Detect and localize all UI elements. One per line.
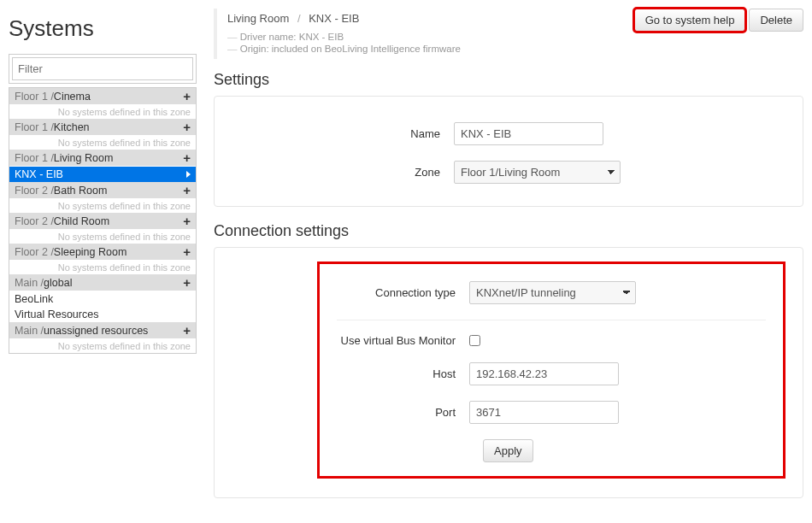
zone-select[interactable]: Floor 1/Living Room [454,161,621,184]
zone-name-label: unassigned resources [44,325,148,337]
plus-icon[interactable]: + [183,151,191,164]
vbus-label: Use virtual Bus Monitor [337,334,469,347]
conn-type-select[interactable]: KNXnet/IP tunneling [469,281,636,304]
caret-right-icon [186,171,191,178]
zone-name-label: Cinema [54,91,91,103]
systems-tree: Floor 1 / Cinema+No systems defined in t… [9,87,197,354]
meta-driver: Driver name: KNX - EIB [227,32,461,42]
zone-name-label: global [44,277,72,289]
port-label: Port [337,406,469,419]
breadcrumb: Living Room / KNX - EIB [227,12,461,25]
port-input[interactable] [469,401,619,424]
zone-row[interactable]: Main / unassigned resources+ [9,322,196,339]
empty-zone-note: No systems defined in this zone [9,261,196,274]
connection-title: Connection settings [214,222,803,240]
system-row[interactable]: Virtual Resources [9,307,196,322]
connection-panel: Connection type KNXnet/IP tunneling Use … [214,247,803,498]
zone-row[interactable]: Main / global+ [9,274,196,291]
zone-row[interactable]: Floor 2 / Bath Room+ [9,182,196,199]
settings-title: Settings [214,71,803,89]
system-label: Virtual Resources [15,309,98,320]
zone-floor-label: Floor 1 / [15,121,54,133]
system-help-button[interactable]: Go to system help [634,9,746,32]
breadcrumb-zone: Living Room [227,12,289,25]
breadcrumb-system: KNX - EIB [309,12,359,25]
empty-zone-note: No systems defined in this zone [9,199,196,213]
settings-panel: Name Zone Floor 1/Living Room [214,96,803,207]
host-label: Host [337,367,469,380]
zone-floor-label: Floor 2 / [15,185,54,197]
sidebar-title: Systems [9,15,197,42]
empty-zone-note: No systems defined in this zone [9,105,196,119]
zone-floor-label: Floor 2 / [15,215,54,227]
vbus-checkbox[interactable] [469,335,480,346]
plus-icon[interactable]: + [183,245,191,258]
zone-floor-label: Main / [15,325,44,337]
conn-type-label: Connection type [337,286,469,299]
zone-floor-label: Floor 1 / [15,152,54,164]
zone-row[interactable]: Floor 1 / Kitchen+ [9,119,196,136]
delete-button[interactable]: Delete [749,9,803,32]
host-input[interactable] [469,362,619,385]
meta-origin: Origin: included on BeoLiving Intelligen… [227,44,461,54]
name-label: Name [223,127,454,140]
filter-input[interactable] [12,57,193,80]
zone-row[interactable]: Floor 2 / Sleeping Room+ [9,244,196,261]
sidebar: Systems Floor 1 / Cinema+No systems defi… [9,9,197,514]
plus-icon[interactable]: + [183,214,191,227]
zone-row[interactable]: Floor 1 / Cinema+ [9,88,196,105]
apply-button[interactable]: Apply [483,439,533,462]
empty-zone-note: No systems defined in this zone [9,339,196,353]
plus-icon[interactable]: + [183,90,191,103]
filter-box [9,54,197,84]
system-row[interactable]: KNX - EIB [9,167,196,182]
breadcrumb-separator: / [297,12,301,25]
zone-row[interactable]: Floor 2 / Child Room+ [9,213,196,230]
connection-highlight: Connection type KNXnet/IP tunneling Use … [317,262,786,479]
system-row[interactable]: BeoLink [9,291,196,307]
plus-icon[interactable]: + [183,184,191,197]
main-content: Living Room / KNX - EIB Driver name: KNX… [214,9,803,514]
conn-divider [337,320,766,320]
name-input[interactable] [454,122,603,145]
zone-name-label: Sleeping Room [54,246,127,258]
system-label: KNX - EIB [15,168,63,180]
empty-zone-note: No systems defined in this zone [9,230,196,244]
empty-zone-note: No systems defined in this zone [9,136,196,150]
zone-name-label: Child Room [54,215,109,227]
zone-floor-label: Main / [15,277,44,289]
zone-name-label: Living Room [54,152,113,164]
zone-label: Zone [223,166,454,179]
plus-icon[interactable]: + [183,324,191,337]
plus-icon[interactable]: + [183,120,191,133]
zone-name-label: Bath Room [54,185,108,197]
system-label: BeoLink [15,293,53,305]
zone-floor-label: Floor 2 / [15,246,54,258]
zone-floor-label: Floor 1 / [15,91,54,103]
zone-name-label: Kitchen [54,121,90,133]
plus-icon[interactable]: + [183,276,191,289]
header-row: Living Room / KNX - EIB Driver name: KNX… [214,9,803,59]
zone-row[interactable]: Floor 1 / Living Room+ [9,150,196,167]
